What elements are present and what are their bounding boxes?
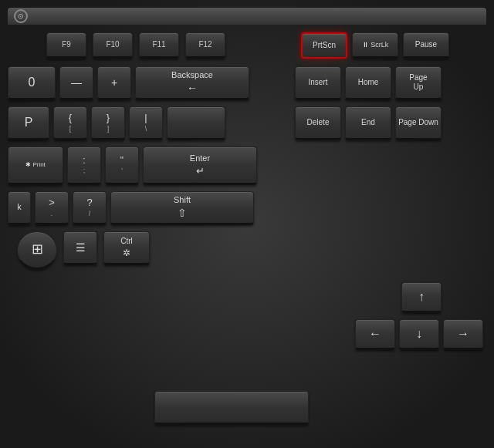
key-arrow-right[interactable]: →	[443, 319, 483, 350]
key-arrow-up[interactable]: ↑	[401, 282, 442, 313]
key-backslash[interactable]: | \	[129, 106, 163, 140]
key-end[interactable]: End	[345, 106, 391, 140]
key-windows[interactable]: ⊞	[17, 231, 57, 270]
key-f12[interactable]: F12	[185, 32, 225, 59]
key-backspace[interactable]: Backspace ←	[135, 66, 249, 100]
key-pageup[interactable]: PageUp	[395, 66, 442, 100]
keyboard-top-bar: ⊙	[8, 8, 486, 25]
key-f9[interactable]: F9	[46, 32, 86, 59]
key-f11[interactable]: F11	[139, 32, 179, 59]
key-bracket-open[interactable]: { [	[53, 106, 87, 140]
keyboard-background: ⊙ F9 F10 F11 F12 PrtScn ⏸ ScrLk Pause 0 …	[0, 0, 494, 448]
key-capslock[interactable]: ✱ Print	[8, 147, 63, 185]
key-p[interactable]: P	[8, 106, 49, 140]
key-scrlk[interactable]: ⏸ ScrLk	[352, 32, 398, 59]
key-spacebar[interactable]	[154, 391, 309, 425]
key-delete[interactable]: Delete	[295, 106, 341, 140]
key-extra[interactable]	[167, 106, 225, 140]
key-semicolon[interactable]: : ;	[67, 147, 101, 185]
key-menu[interactable]: ☰	[63, 231, 97, 265]
key-prtscn[interactable]: PrtScn	[301, 32, 347, 59]
key-period[interactable]: > .	[35, 191, 69, 225]
key-pause[interactable]: Pause	[403, 32, 449, 59]
key-ctrl-right[interactable]: Ctrl ✲	[103, 231, 150, 265]
key-home[interactable]: Home	[345, 66, 391, 100]
key-0[interactable]: 0	[8, 66, 56, 100]
keyboard-logo: ⊙	[14, 9, 28, 23]
key-k-partial[interactable]: k	[8, 191, 31, 225]
key-plus[interactable]: +	[97, 66, 131, 100]
key-pagedown[interactable]: Page Down	[395, 106, 442, 140]
key-quote[interactable]: " '	[105, 147, 139, 185]
key-arrow-down[interactable]: ↓	[399, 319, 439, 350]
key-arrow-left[interactable]: ←	[355, 319, 395, 350]
key-shift-right[interactable]: Shift ⇧	[110, 191, 254, 225]
key-enter[interactable]: Enter ↵	[143, 147, 257, 185]
key-insert[interactable]: Insert	[295, 66, 341, 100]
key-f10[interactable]: F10	[93, 32, 133, 59]
key-minus[interactable]: —	[59, 66, 93, 100]
key-bracket-close[interactable]: } ]	[91, 106, 125, 140]
key-slash[interactable]: ? /	[73, 191, 107, 225]
